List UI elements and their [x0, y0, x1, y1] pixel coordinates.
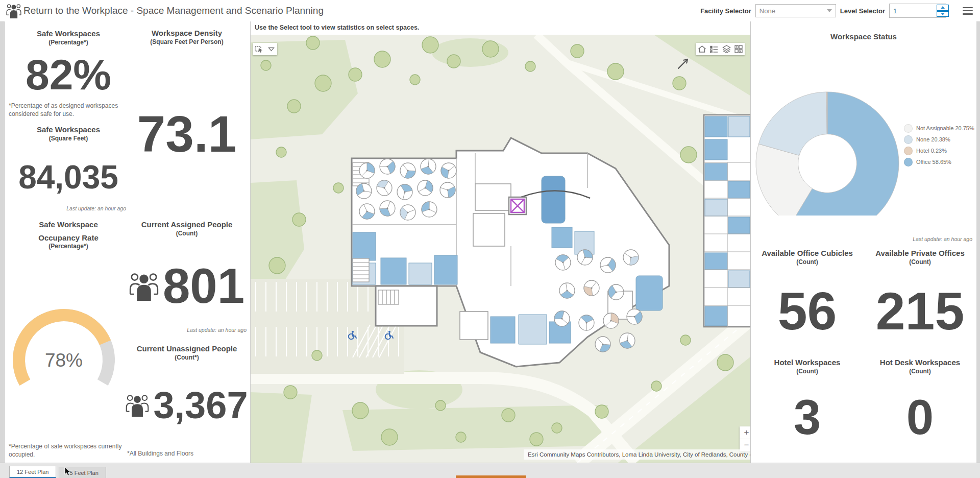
kpi-title: Occupancy Rate [5, 233, 132, 243]
basemap [251, 35, 751, 463]
kpi-subtitle: (Count) [751, 258, 864, 267]
legend-label: Office 58.65% [916, 159, 951, 165]
donut-slice-none [758, 92, 827, 155]
dashboard-title: Return to the Workplace - Space Manageme… [23, 0, 324, 21]
kpi-value-private-offices: 215 [864, 281, 976, 342]
kpi-value-density: 73.1 [123, 105, 251, 163]
kpi-value-cubicles: 56 [751, 281, 864, 342]
kpi-value-hotel: 3 [751, 389, 864, 445]
legend-icon[interactable] [708, 43, 720, 55]
kpi-subtitle: (Count) [864, 368, 976, 376]
kpi-title: Safe Workspace [5, 220, 132, 230]
arrow-down-icon [941, 13, 945, 15]
gauge-value: 78% [7, 350, 121, 371]
tab-12-feet-plan[interactable]: 12 Feet Plan [9, 466, 56, 478]
kpi-subtitle: (Count) [751, 368, 864, 376]
kpi-footnote: *Percentage of as designed workspaces co… [9, 102, 124, 118]
select-dropdown-button[interactable] [265, 43, 277, 55]
map-tools-toolbar [696, 43, 745, 55]
mouse-cursor [64, 467, 71, 477]
chart-title: Workspace Status [751, 32, 976, 42]
kpi-title: Safe Workspaces [5, 125, 132, 135]
kpi-subtitle: (Count) [123, 230, 251, 238]
workplace-people-icon [6, 3, 21, 18]
kpi-subtitle: (Square Feet Per Person) [123, 38, 251, 46]
kpi-title: Safe Workspaces [5, 29, 132, 39]
level-selector-label: Level Selector [840, 7, 885, 15]
kpi-subtitle: (Percentage*) [5, 39, 132, 47]
basemap-icon[interactable] [732, 43, 745, 55]
select-tool-button[interactable] [253, 43, 265, 55]
people-icon [129, 270, 159, 302]
kpi-title: Current Assigned People [123, 220, 251, 230]
legend-item: Not Assignable 20.75% [904, 123, 974, 134]
map-hint-text: Use the Select tool to view statistics o… [251, 21, 751, 35]
legend-item: None 20.38% [904, 134, 974, 145]
header-bar: Return to the Workplace - Space Manageme… [0, 0, 980, 22]
occupancy-gauge: 78% [7, 303, 121, 417]
kpi-left-panel: Safe Workspaces (Percentage*) 82% *Perce… [4, 21, 251, 463]
facility-selector-label: Facility Selector [700, 7, 751, 15]
map-section: Use the Select tool to view statistics o… [250, 21, 751, 463]
last-update-text: Last update: an hour ago [123, 327, 247, 333]
bottom-edge-artifact [456, 475, 526, 478]
facility-selector-dropdown[interactable]: None [755, 4, 836, 17]
layers-icon[interactable] [720, 43, 732, 55]
kpi-subtitle: (Count*) [123, 354, 251, 362]
level-selector-input[interactable] [889, 4, 946, 18]
kpi-footnote: *All Buildings and Floors [127, 449, 244, 458]
kpi-subtitle: (Square Feet) [5, 135, 132, 143]
legend-item: Hotel 0.23% [904, 145, 974, 156]
level-selector-value[interactable] [890, 4, 936, 17]
kpi-value-hotdesk: 0 [864, 389, 976, 445]
menu-icon[interactable] [963, 7, 973, 15]
legend-item: Office 58.65% [904, 156, 974, 168]
legend-swatch [904, 158, 913, 166]
last-update-text: Last update: an hour ago [751, 236, 972, 242]
arrow-up-icon [941, 6, 945, 9]
kpi-title: Hot Desk Workspaces [864, 357, 976, 368]
legend-swatch [904, 135, 913, 144]
legend-label: Not Assignable 20.75% [916, 125, 974, 131]
kpi-footnote: *Percentage of safe workspaces currently… [9, 442, 126, 459]
level-decrement-button[interactable] [937, 11, 949, 17]
map-zoom-control: + − [740, 426, 751, 451]
kpi-title: Available Office Cubicles [751, 248, 864, 258]
people-icon [126, 392, 149, 418]
dashboard-app: Return to the Workplace - Space Manageme… [0, 0, 980, 478]
facility-selector-value: None [760, 7, 775, 15]
secondary-building [704, 115, 751, 327]
kpi-subtitle: (Percentage*) [5, 243, 132, 251]
zoom-in-button[interactable]: + [740, 426, 751, 439]
select-toolbar [253, 43, 277, 55]
kpi-value-unassigned: 3,367 [153, 384, 248, 427]
level-increment-button[interactable] [937, 5, 949, 11]
home-icon[interactable] [696, 43, 708, 55]
kpi-value-assigned: 801 [163, 258, 244, 314]
kpi-subtitle: (Count) [864, 258, 976, 267]
kpi-title: Current Unassigned People [123, 344, 251, 354]
legend-label: Hotel 0.23% [916, 148, 947, 154]
chart-legend: Not Assignable 20.75%None 20.38%Hotel 0.… [904, 123, 974, 168]
kpi-value-safe-pct: 82% [5, 50, 132, 100]
kpi-title: Workspace Density [123, 28, 251, 38]
kpi-right-panel: Workspace Status Not Assignable 20.75%No… [750, 21, 976, 463]
kpi-title: Hotel Workspaces [751, 357, 864, 368]
legend-swatch [904, 124, 913, 133]
last-update-text: Last update: an hour ago [5, 205, 126, 211]
chevron-down-icon [827, 9, 832, 12]
kpi-title: Available Private Offices [864, 248, 976, 258]
legend-label: None 20.38% [916, 136, 950, 142]
map-attribution: Esri Community Maps Contributors, Loma L… [524, 449, 751, 460]
legend-swatch [904, 147, 913, 155]
map-canvas[interactable]: + − Esri Community Maps Contributors, Lo… [251, 35, 751, 463]
kpi-value-safe-sqft: 84,035 [5, 158, 132, 196]
